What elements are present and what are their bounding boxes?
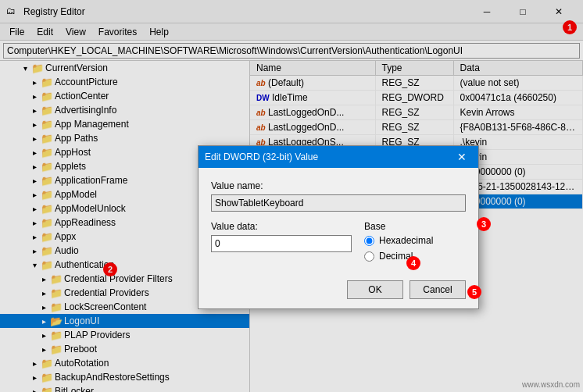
value-data-col: Value data: <box>211 221 352 262</box>
dialog-title: Edit DWORD (32-bit) Value <box>205 151 452 162</box>
badge-5: 5 <box>467 285 481 299</box>
dialog-title-bar: Edit DWORD (32-bit) Value ✕ <box>199 146 478 168</box>
radio-dec-input[interactable] <box>364 251 374 262</box>
base-col: Base Hexadecimal Decimal <box>364 221 466 262</box>
dialog-body: Value name: Value data: Base Hexadecimal <box>199 168 478 274</box>
cancel-button[interactable]: Cancel <box>410 280 466 299</box>
edit-dword-dialog: Edit DWORD (32-bit) Value ✕ Value name: … <box>198 145 479 309</box>
radio-hexadecimal[interactable]: Hexadecimal <box>364 235 466 246</box>
dialog-buttons: OK Cancel <box>199 274 478 308</box>
radio-hex-input[interactable] <box>364 236 374 246</box>
badge-3: 3 <box>477 217 491 231</box>
base-label: Base <box>364 221 466 232</box>
value-data-label: Value data: <box>211 221 352 232</box>
ok-button[interactable]: OK <box>347 280 403 299</box>
value-name-input[interactable] <box>211 194 466 212</box>
dialog-close-button[interactable]: ✕ <box>452 147 472 167</box>
radio-hex-label: Hexadecimal <box>379 235 433 246</box>
value-name-label: Value name: <box>211 180 466 191</box>
dialog-overlay: Edit DWORD (32-bit) Value ✕ Value name: … <box>0 0 583 392</box>
value-data-input[interactable] <box>211 235 352 252</box>
badge-4: 4 <box>406 256 420 270</box>
dialog-data-row: Value data: Base Hexadecimal Decimal <box>211 221 466 262</box>
